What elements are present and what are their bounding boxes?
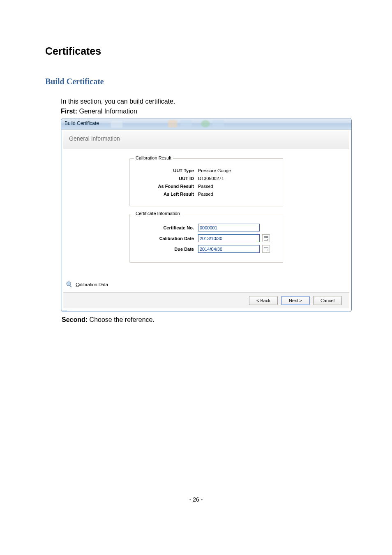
row-uut-id: UUT ID D130500271 [135,176,278,181]
uut-id-label: UUT ID [135,176,198,181]
cert-no-input[interactable] [198,224,260,231]
intro-line: In this section, you can build certifica… [61,97,347,106]
calibration-date-label: Calibration Date [135,236,198,241]
cancel-button[interactable]: Cancel [313,296,342,305]
dialog-titlebar: Build Certificate [61,118,351,130]
calendar-icon [264,247,268,251]
row-uut-type: UUT Type Pressure Gauge [135,168,278,173]
titlebar-blur [168,120,177,127]
svg-rect-3 [264,247,268,248]
row-cert-no: Certificate No. [135,224,278,231]
calibration-data-link[interactable]: Calibration Data [66,281,108,288]
titlebar-blur [201,120,210,127]
svg-point-5 [68,283,70,285]
calibration-date-input[interactable] [198,234,260,242]
row-due-date: Due Date [135,245,278,253]
page-title: Certificates [45,45,347,57]
certificate-info-group: Certificate Information Certificate No. … [129,214,283,263]
back-button[interactable]: < Back [249,296,278,305]
first-text: General Information [77,108,137,115]
calibration-result-group: Calibration Result UUT Type Pressure Gau… [129,158,283,206]
uut-type-value: Pressure Gauge [198,168,278,173]
calibration-result-legend: Calibration Result [134,155,173,160]
wizard-heading-text: General Information [69,135,120,142]
dialog-title: Build Certificate [65,120,99,126]
certificate-info-legend: Certificate Information [134,211,182,216]
build-certificate-dialog: Build Certificate General Information Ca… [61,118,352,312]
row-as-left: As Left Result Passed [135,192,278,197]
second-text: Choose the reference. [88,316,154,323]
calendar-icon [264,236,268,240]
titlebar-blur [212,120,224,127]
first-label: First: [61,108,77,115]
as-found-label: As Found Result [135,184,198,189]
as-left-value: Passed [198,192,278,197]
row-as-found: As Found Result Passed [135,184,278,189]
svg-rect-6 [69,285,71,287]
wizard-heading: General Information [63,131,349,149]
as-found-value: Passed [198,184,278,189]
second-label: Second: [62,316,88,323]
calibration-data-text: Calibration Data [76,282,108,287]
dialog-resize-edge [61,310,351,312]
row-calibration-date: Calibration Date [135,234,278,242]
as-left-label: As Left Result [135,192,198,197]
first-line: First: General Information [61,107,347,116]
due-date-input[interactable] [198,245,260,253]
second-line: Second: Choose the reference. [62,316,347,324]
due-date-label: Due Date [135,247,198,252]
due-date-picker-button[interactable] [262,245,270,253]
titlebar-blur [180,120,192,127]
uut-id-value: D130500271 [198,176,278,181]
magnifier-icon [66,281,73,288]
cert-no-label: Certificate No. [135,225,198,230]
calibration-date-picker-button[interactable] [262,234,270,242]
next-button[interactable]: Next > [281,296,310,305]
titlebar-blur [111,120,123,128]
wizard-button-bar: < Back Next > Cancel [63,292,349,308]
page-number: - 26 - [45,496,347,503]
section-heading: Build Certificate [45,77,347,86]
uut-type-label: UUT Type [135,168,198,173]
svg-rect-1 [264,237,268,238]
